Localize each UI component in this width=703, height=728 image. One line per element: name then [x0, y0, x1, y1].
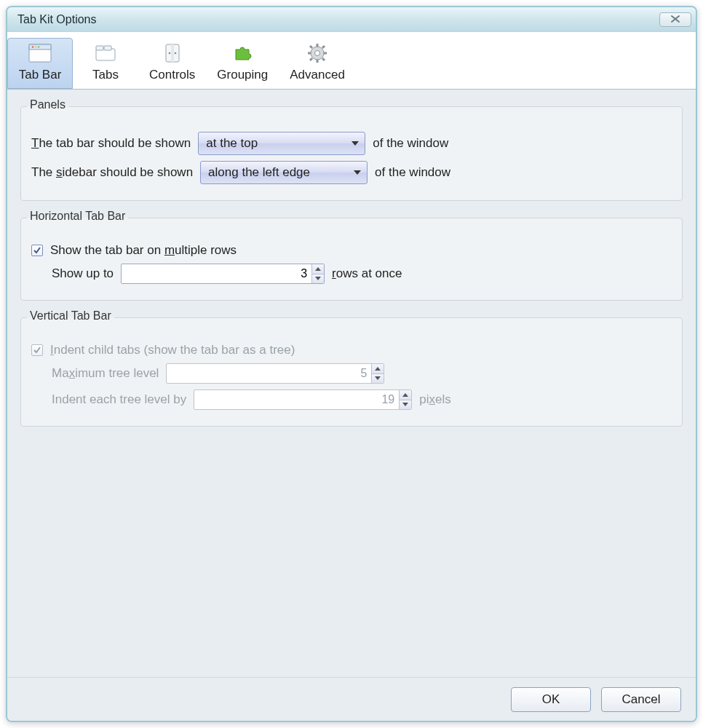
- horizontal-legend: Horizontal Tab Bar: [27, 210, 128, 223]
- spinner-down[interactable]: [312, 274, 324, 284]
- select-value: along the left edge: [208, 165, 310, 180]
- gear-icon: [306, 41, 329, 65]
- toolbar-tab-advanced[interactable]: Advanced: [279, 38, 356, 89]
- spinner-arrows: [399, 390, 411, 409]
- panels-group: Panels The tab bar should be shown at th…: [20, 100, 683, 201]
- puzzle-icon: [231, 41, 254, 65]
- category-toolbar: Tab Bar Tabs Controls Grouping Advanced: [7, 32, 696, 90]
- sidebar-position-select[interactable]: along the left edge: [200, 161, 368, 184]
- rows-post-label: rows at once: [332, 266, 402, 281]
- tabbar-post-label: of the window: [373, 136, 448, 151]
- chevron-down-icon: [354, 170, 361, 175]
- horizontal-group: Horizontal Tab Bar Show the tab bar on m…: [20, 211, 683, 301]
- rows-input[interactable]: [122, 264, 311, 283]
- max-level-input: [167, 364, 371, 383]
- toolbar-label: Grouping: [217, 68, 268, 82]
- max-level-label: Maximum tree level: [52, 366, 159, 381]
- window-icon: [28, 41, 52, 65]
- ok-button[interactable]: OK: [511, 687, 591, 712]
- svg-point-3: [35, 46, 37, 48]
- multirow-checkbox[interactable]: [31, 245, 43, 256]
- svg-line-21: [310, 58, 312, 60]
- rows-spinner[interactable]: [121, 264, 325, 284]
- toolbar-tab-tabs[interactable]: Tabs: [73, 38, 138, 89]
- max-level-spinner: [166, 363, 384, 384]
- max-level-row: Maximum tree level: [31, 363, 672, 384]
- sidebar-pre-label: The sidebar should be shown: [31, 165, 193, 180]
- panels-legend: Panels: [27, 98, 68, 111]
- controls-icon: [161, 41, 184, 65]
- vertical-legend: Vertical Tab Bar: [27, 309, 114, 323]
- indent-label: Indent child tabs (show the tab bar as a…: [50, 343, 295, 357]
- spinner-down: [400, 400, 411, 410]
- tabbar-position-select[interactable]: at the top: [198, 132, 365, 155]
- indent-pixels-row: Indent each tree level by pixels: [31, 389, 672, 410]
- svg-point-4: [38, 46, 40, 48]
- spinner-up: [372, 364, 384, 374]
- multirow-label: Show the tab bar on multiple rows: [50, 243, 237, 258]
- close-icon: [670, 13, 680, 25]
- toolbar-tab-tabbar[interactable]: Tab Bar: [7, 38, 73, 89]
- close-button[interactable]: [659, 12, 691, 27]
- toolbar-tab-grouping[interactable]: Grouping: [206, 38, 279, 89]
- indent-checkbox-row: Indent child tabs (show the tab bar as a…: [31, 343, 672, 357]
- svg-rect-9: [171, 44, 174, 62]
- indent-pixels-input: [194, 390, 399, 409]
- chevron-down-icon: [352, 141, 359, 146]
- spinner-arrows: [311, 264, 324, 283]
- sidebar-position-row: The sidebar should be shown along the le…: [31, 161, 672, 184]
- indent-pixels-post: pixels: [419, 392, 450, 407]
- dialog-footer: OK Cancel: [7, 677, 696, 721]
- tabbar-position-row: The tab bar should be shown at the top o…: [31, 132, 672, 155]
- sidebar-post-label: of the window: [375, 165, 450, 180]
- select-value: at the top: [206, 136, 258, 151]
- rows-pre-label: Show up to: [52, 266, 114, 281]
- indent-pixels-label: Indent each tree level by: [52, 392, 186, 407]
- rows-count-row: Show up to rows at once: [31, 264, 672, 284]
- indent-checkbox: [31, 344, 43, 356]
- tabbar-pre-label: The tab bar should be shown: [31, 136, 191, 151]
- cancel-button[interactable]: Cancel: [601, 687, 681, 712]
- toolbar-label: Tabs: [92, 68, 119, 82]
- svg-point-11: [174, 52, 176, 55]
- spinner-up: [400, 390, 411, 400]
- svg-point-10: [168, 52, 170, 55]
- svg-line-20: [322, 46, 325, 48]
- svg-point-2: [32, 46, 34, 48]
- svg-point-13: [315, 51, 320, 56]
- window-title: Tab Kit Options: [17, 13, 97, 26]
- titlebar: Tab Kit Options: [7, 7, 696, 32]
- tabs-icon: [94, 41, 117, 65]
- toolbar-tab-controls[interactable]: Controls: [138, 38, 206, 89]
- svg-line-18: [310, 46, 312, 48]
- svg-rect-7: [104, 46, 111, 50]
- content-area: Panels The tab bar should be shown at th…: [7, 90, 696, 677]
- spinner-arrows: [371, 364, 384, 383]
- toolbar-label: Tab Bar: [19, 68, 62, 82]
- svg-line-19: [322, 58, 325, 60]
- vertical-group: Vertical Tab Bar Indent child tabs (show…: [20, 311, 683, 427]
- spinner-up[interactable]: [312, 264, 324, 274]
- multirow-checkbox-row: Show the tab bar on multiple rows: [31, 243, 672, 258]
- svg-rect-6: [96, 46, 103, 50]
- options-dialog: Tab Kit Options Tab Bar Tabs Controls: [6, 6, 697, 722]
- indent-pixels-spinner: [194, 389, 412, 410]
- toolbar-label: Advanced: [290, 68, 345, 82]
- toolbar-label: Controls: [149, 68, 195, 82]
- spinner-down: [372, 374, 384, 384]
